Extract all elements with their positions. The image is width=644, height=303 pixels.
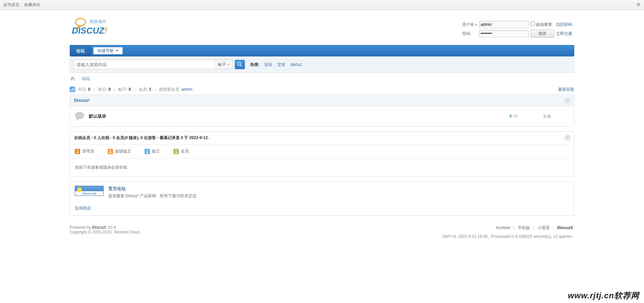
appstore-link[interactable]: 应用商店: [75, 206, 91, 211]
svg-text:DISCUZ!: DISCUZ!: [72, 26, 107, 36]
legend-member: 会员: [173, 148, 189, 154]
online-message: 当前只有游客或隐身会员在线: [70, 159, 574, 176]
register-link[interactable]: 立即注册: [556, 31, 572, 36]
auto-login-checkbox[interactable]: [531, 21, 535, 26]
password-label: 密码: [462, 31, 470, 36]
top-bar: 设为首页 收藏本站 ✕: [0, 0, 644, 10]
favorite-site-link[interactable]: 收藏本站: [24, 2, 40, 8]
hot-link[interactable]: discuz: [290, 62, 302, 67]
legend-supermod: 超级版主: [108, 148, 131, 154]
forum-lastpost: 从未: [543, 114, 570, 119]
logo[interactable]: 社区动力 DISCUZ!: [70, 16, 127, 36]
discuz-link[interactable]: Discuz!: [92, 225, 107, 230]
svg-point-8: [75, 112, 84, 119]
footer-link[interactable]: DiscuzX: [557, 225, 573, 230]
official-thumb[interactable]: Discuz.net: [75, 186, 104, 196]
search-icon: [237, 62, 242, 67]
quick-nav-button[interactable]: 快捷导航: [93, 47, 123, 54]
login-box: 用户名 自动登录 找回密码 密码 登录 立即注册: [460, 19, 574, 39]
category-title[interactable]: Discuz!: [74, 98, 90, 103]
search-bar: 帖子 热搜: 活动 交友 discuz: [70, 56, 574, 73]
footer-link[interactable]: 小黑屋: [538, 225, 550, 230]
forum-counts: 0 / 0: [509, 114, 543, 119]
search-button[interactable]: [235, 60, 245, 69]
username-label[interactable]: 用户名: [462, 22, 477, 27]
collapse-icon[interactable]: [565, 97, 571, 103]
online-legends: 管理员 超级版主 版主 会员: [70, 144, 574, 159]
home-icon[interactable]: [70, 76, 75, 81]
latest-reply-link[interactable]: 最新回复: [558, 87, 574, 92]
online-summary: 在线会员 - 0 人在线 - 0 会员(0 隐身), 0 位游客 - 最高记录是…: [74, 135, 209, 140]
footer-link[interactable]: 手机版: [518, 225, 530, 230]
footer-link[interactable]: Archiver: [496, 225, 511, 230]
svg-rect-5: [71, 89, 71, 91]
password-input[interactable]: [479, 30, 529, 37]
official-forum-link[interactable]: 官方论坛: [108, 186, 126, 191]
hot-search: 热搜: 活动 交友 discuz: [250, 62, 304, 68]
search-input[interactable]: [73, 60, 214, 69]
svg-line-4: [240, 65, 242, 67]
timing-info: GMT+8, 2022-9-12 16:06 , Processed in 0.…: [442, 234, 574, 239]
collapse-icon[interactable]: [565, 134, 571, 140]
new-member-link[interactable]: admin: [181, 87, 193, 92]
stats-icon[interactable]: [70, 87, 75, 92]
copyright: Copyright © 2001-2020, Tencent Cloud.: [70, 230, 141, 234]
hot-link[interactable]: 交友: [277, 62, 285, 67]
auto-login-label: 自动登录: [536, 22, 552, 27]
svg-point-11: [147, 150, 148, 152]
friendlinks-panel: Discuz.net 官方论坛 提供最新 Discuz! 产品新闻、软件下载与技…: [70, 181, 574, 216]
breadcrumb: › 论坛: [70, 73, 574, 84]
crumb-forum[interactable]: 论坛: [82, 76, 90, 82]
svg-text:社区动力: 社区动力: [90, 19, 106, 24]
forgot-password-link[interactable]: 找回密码: [556, 22, 572, 27]
legend-mod: 版主: [145, 148, 160, 154]
footer: Powered by Discuz! X3.4 Copyright © 2001…: [70, 220, 574, 249]
svg-rect-6: [72, 88, 73, 91]
svg-point-10: [110, 150, 111, 152]
svg-point-0: [75, 18, 86, 26]
username-input[interactable]: [479, 21, 529, 28]
svg-rect-7: [73, 88, 74, 91]
online-block: 在线会员 - 0 人在线 - 0 会员(0 隐身), 0 位游客 - 最高记录是…: [70, 131, 574, 177]
svg-point-12: [175, 150, 177, 152]
main-nav: 论坛 快捷导航: [70, 45, 574, 56]
set-homepage-link[interactable]: 设为首页: [3, 2, 19, 8]
svg-point-9: [77, 150, 78, 152]
forum-title-link[interactable]: 默认版块: [89, 113, 106, 119]
header: 社区动力 DISCUZ! 用户名 自动登录 找回密码 密码 登录 立即注册: [70, 10, 574, 45]
nav-forum-tab[interactable]: 论坛: [70, 45, 91, 56]
forum-category: Discuz! 默认版块 0 / 0 从未: [70, 94, 574, 127]
forum-stats: 今日: 0 | 昨日: 0 | 帖子: 0 | 会员: 1 | 欢迎新会员: a…: [70, 84, 574, 94]
svg-point-3: [238, 62, 241, 66]
search-type-dropdown[interactable]: 帖子: [214, 60, 233, 69]
official-forum-desc: 提供最新 Discuz! 产品新闻、软件下载与技术交流: [108, 193, 196, 199]
forum-icon: [74, 111, 85, 122]
legend-admin: 管理员: [75, 148, 94, 154]
forum-row: 默认版块 0 / 0 从未: [70, 106, 574, 126]
hot-link[interactable]: 活动: [264, 62, 272, 67]
login-button[interactable]: 登录: [531, 30, 554, 38]
close-icon[interactable]: ✕: [635, 2, 641, 8]
